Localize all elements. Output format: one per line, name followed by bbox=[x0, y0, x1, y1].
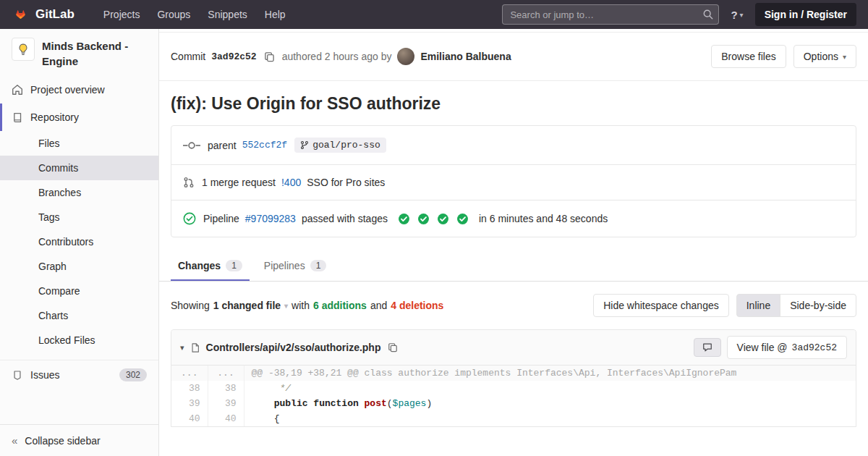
collapse-sidebar-button[interactable]: « Collapse sidebar bbox=[0, 424, 158, 456]
nav-item-help[interactable]: Help bbox=[256, 1, 294, 28]
stage-passed-icon[interactable] bbox=[437, 213, 449, 225]
sidebar-subitem-branches[interactable]: Branches bbox=[0, 180, 158, 205]
comment-icon bbox=[702, 342, 712, 352]
nav-item-groups[interactable]: Groups bbox=[148, 1, 199, 28]
diff-file-header: ▾ Controllers/api/v2/sso/authorize.php V… bbox=[171, 330, 856, 366]
commit-info-box: parent 552ccf2f goal/pro-sso 1 merge req… bbox=[171, 125, 856, 237]
diff-view-controls: Hide whitespace changes Inline Side-by-s… bbox=[593, 294, 856, 317]
diff-line-row: 40 40 { bbox=[171, 411, 856, 426]
help-dropdown[interactable]: ? ▾ bbox=[731, 9, 743, 21]
comment-token: */ bbox=[252, 383, 292, 394]
issues-count-badge: 302 bbox=[119, 368, 147, 381]
hide-whitespace-button[interactable]: Hide whitespace changes bbox=[593, 294, 729, 317]
pipeline-label: Pipeline bbox=[203, 213, 239, 224]
commit-actions: Browse files Options ▾ bbox=[711, 45, 856, 68]
code-line: */ bbox=[244, 381, 856, 396]
side-by-side-view-button[interactable]: Side-by-side bbox=[780, 294, 856, 317]
sidebar-item-label: Repository bbox=[30, 111, 79, 123]
collapse-sidebar-label: Collapse sidebar bbox=[25, 435, 100, 447]
project-name: Minds Backend - Engine bbox=[42, 38, 147, 69]
options-dropdown-button[interactable]: Options ▾ bbox=[793, 45, 856, 68]
parent-sha-link[interactable]: 552ccf2f bbox=[242, 140, 287, 151]
author-avatar[interactable] bbox=[397, 48, 414, 65]
pipeline-id-link[interactable]: #97099283 bbox=[245, 213, 296, 224]
sidebar-item-project-overview[interactable]: Project overview bbox=[0, 76, 158, 104]
pipeline-duration: in 6 minutes and 48 seconds bbox=[479, 213, 608, 224]
sidebar-nav: Project overview Repository Files Commit… bbox=[0, 76, 158, 424]
brand-name: GitLab bbox=[35, 7, 75, 22]
tab-pipelines[interactable]: Pipelines 1 bbox=[257, 250, 334, 281]
keyword-token: public function bbox=[274, 398, 365, 409]
diff-table: ... ... @@ -38,19 +38,21 @@ class author… bbox=[171, 366, 856, 426]
diff-line-row: 39 39 public function post($pages) bbox=[171, 396, 856, 411]
old-line-number[interactable]: 40 bbox=[171, 411, 208, 426]
stage-passed-icon[interactable] bbox=[398, 213, 410, 225]
inline-view-button[interactable]: Inline bbox=[736, 294, 780, 317]
home-icon bbox=[12, 84, 23, 96]
sidebar-subitem-graph[interactable]: Graph bbox=[0, 254, 158, 279]
search-icon[interactable] bbox=[703, 9, 713, 20]
old-line-number[interactable]: 39 bbox=[171, 396, 208, 411]
sidebar-item-label: Issues bbox=[30, 369, 59, 381]
nav-item-snippets[interactable]: Snippets bbox=[199, 1, 255, 28]
sidebar-subitem-charts[interactable]: Charts bbox=[0, 303, 158, 328]
sign-in-button[interactable]: Sign in / Register bbox=[755, 3, 856, 26]
copy-sha-button[interactable] bbox=[263, 50, 276, 64]
diff-line-row: 38 38 */ bbox=[171, 381, 856, 396]
indent-token bbox=[252, 398, 274, 409]
sidebar-subitem-tags[interactable]: Tags bbox=[0, 205, 158, 229]
with-text: with bbox=[292, 300, 310, 311]
toggle-comments-button[interactable] bbox=[694, 338, 721, 357]
project-avatar bbox=[12, 38, 35, 61]
sidebar-item-issues[interactable]: Issues 302 bbox=[0, 360, 158, 389]
navbar-right: ? ▾ Sign in / Register bbox=[502, 3, 856, 26]
view-file-button[interactable]: View file @ 3ad92c52 bbox=[727, 336, 847, 359]
variable-token: $pages bbox=[393, 398, 427, 409]
paren-token: ( bbox=[387, 398, 393, 409]
sidebar-subitem-files[interactable]: Files bbox=[0, 131, 158, 156]
pipeline-mini-graph bbox=[398, 213, 469, 225]
chevron-down-icon: ▾ bbox=[740, 11, 744, 19]
sidebar-subitem-compare[interactable]: Compare bbox=[0, 279, 158, 303]
copy-file-path-button[interactable] bbox=[386, 341, 399, 354]
gitlab-home-link[interactable]: GitLab bbox=[12, 6, 75, 23]
sidebar-item-repository[interactable]: Repository bbox=[0, 104, 158, 131]
sidebar-subitem-locked-files[interactable]: Locked Files bbox=[0, 328, 158, 352]
and-text: and bbox=[370, 300, 387, 311]
sidebar-subitem-commits[interactable]: Commits bbox=[0, 156, 158, 180]
collapse-diff-icon[interactable]: ▾ bbox=[180, 343, 184, 352]
branch-ref-pill[interactable]: goal/pro-sso bbox=[294, 138, 386, 153]
diff-mode-segmented-control: Inline Side-by-side bbox=[736, 294, 856, 317]
navbar-left: GitLab Projects Groups Snippets Help bbox=[12, 1, 294, 28]
tab-changes[interactable]: Changes 1 bbox=[171, 250, 250, 281]
hunk-new-cell: ... bbox=[208, 366, 244, 381]
project-header-link[interactable]: Minds Backend - Engine bbox=[0, 29, 158, 76]
issues-icon bbox=[12, 370, 23, 381]
paren-token: ) bbox=[426, 398, 432, 409]
branch-icon bbox=[300, 140, 309, 150]
view-file-sha: 3ad92c52 bbox=[792, 342, 837, 353]
search-input[interactable] bbox=[502, 4, 719, 25]
sidebar-subitem-contributors[interactable]: Contributors bbox=[0, 229, 158, 254]
sidebar-item-label: Project overview bbox=[30, 84, 105, 96]
pipeline-status-text: passed with stages bbox=[302, 213, 388, 224]
author-name-link[interactable]: Emiliano Balbuena bbox=[420, 51, 511, 62]
new-line-number[interactable]: 39 bbox=[208, 396, 244, 411]
pipelines-count-badge: 1 bbox=[310, 260, 327, 271]
old-line-number[interactable]: 38 bbox=[171, 381, 208, 396]
diff-file-path-link[interactable]: Controllers/api/v2/sso/authorize.php bbox=[206, 342, 381, 353]
new-line-number[interactable]: 40 bbox=[208, 411, 244, 426]
new-line-number[interactable]: 38 bbox=[208, 381, 244, 396]
nav-item-projects[interactable]: Projects bbox=[95, 1, 149, 28]
merge-request-row: 1 merge request !400 SSO for Pro sites bbox=[171, 165, 856, 200]
sidebar-spacer bbox=[0, 389, 158, 424]
changed-files-dropdown[interactable]: 1 changed file ▾ bbox=[213, 300, 288, 311]
options-label: Options bbox=[804, 51, 838, 62]
parent-label: parent bbox=[208, 140, 237, 151]
stage-passed-icon[interactable] bbox=[417, 213, 430, 225]
diff-summary-bar: Showing 1 changed file ▾ with 6 addition… bbox=[159, 282, 868, 329]
browse-files-button[interactable]: Browse files bbox=[711, 45, 786, 68]
merge-request-id-link[interactable]: !400 bbox=[281, 177, 301, 188]
pipeline-status-passed-icon bbox=[183, 212, 196, 225]
stage-passed-icon[interactable] bbox=[456, 213, 469, 225]
